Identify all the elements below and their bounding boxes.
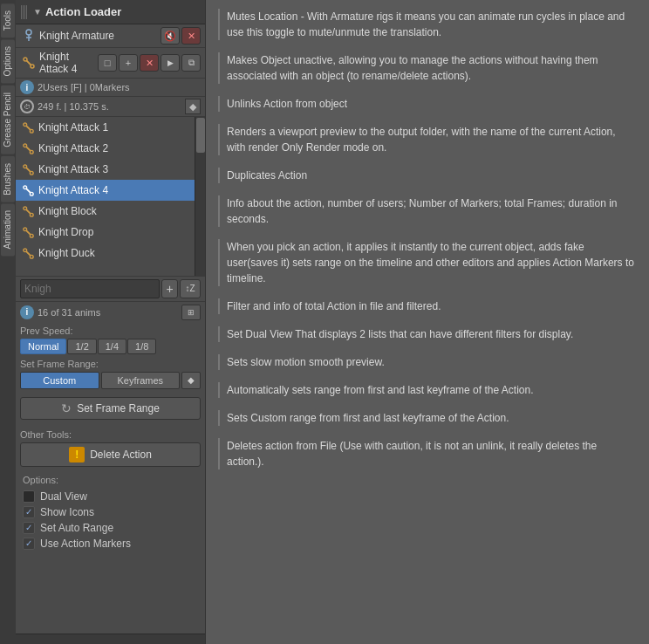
annotation-line [218,52,220,84]
delete-action-label: Delete Action [90,449,152,461]
annotation-renders-viewport: Renders a viewport preview to the output… [218,124,637,155]
options-label: Options: [23,472,198,489]
svg-line-14 [26,168,31,172]
drag-handle[interactable] [21,5,28,19]
action-item[interactable]: Knight Attack 2 [16,138,195,159]
frame-range-label: Set Frame Range: [16,356,205,370]
annotation-line [218,382,220,398]
diamond-btn[interactable]: ◆ [185,99,201,114]
annotation-line [218,239,220,286]
speed-btn[interactable]: 1/2 [67,339,96,354]
bottom-scroll[interactable] [16,634,205,644]
frame-range-btn[interactable]: Custom [20,372,99,389]
annotation-text: Deletes action from File (Use with cauti… [227,438,637,469]
panel-title: Action Loader [45,5,200,18]
option-item: Set Auto Range [23,520,198,536]
selected-action-label: Knight Attack 4 [39,51,96,75]
annotation-duplicates-action: Duplicates Action [218,168,637,183]
svg-line-8 [26,126,31,130]
clock-icon: ⏱ [20,99,34,113]
speed-buttons: Normal1/21/41/8 [16,337,205,356]
option-label: Show Icons [40,506,94,518]
duration-row: ⏱ 249 f. | 10.375 s. ◆ [16,97,205,117]
duration-text: 249 f. | 10.375 s. [38,101,109,112]
stats-row: i 16 of 31 anims ⊞ [16,301,205,323]
mute-location-btn[interactable]: 🔇 [161,27,180,45]
action-list-container: Knight Attack 1 Knight Attack 2 Knight A… [16,117,205,276]
brushes-tab[interactable]: Brushes [1,156,15,202]
set-frame-range-btn[interactable]: ↻ Set Frame Range [20,397,201,420]
option-item: Use Action Markers [23,536,198,552]
svg-line-23 [26,230,31,235]
annotation-custom-range: Sets Custom range from first and last ke… [218,410,637,426]
annotation-slow-motion: Sets slow motion smooth preview. [218,354,637,370]
delete-action-btn[interactable]: ! Delete Action [20,442,201,467]
annotation-mute-location: Mutes Location - With Armature rigs it m… [218,9,637,40]
collapse-icon: ▼ [33,7,42,17]
action-item-name: Knight Duck [38,247,95,259]
svg-line-11 [26,147,31,151]
duplicate-action-btn[interactable]: ⧉ [181,54,201,72]
annotation-line [218,195,220,227]
bone-icon [21,183,35,197]
annotation-text: Info about the action, number of users; … [227,195,637,227]
option-label: Set Auto Range [40,522,113,534]
annotation-text: Duplicates Action [227,168,637,183]
add-action-btn[interactable]: + [119,54,138,72]
annotation-auto-range: Automatically sets range from first and … [218,382,637,398]
bone-icon [21,204,35,218]
annotation-line [218,9,220,40]
option-checkbox[interactable] [23,490,35,503]
speed-btn[interactable]: Normal [20,339,66,354]
option-checkbox[interactable] [23,506,35,518]
action-item[interactable]: Knight Drop [16,222,195,243]
action-bone-icon [20,54,38,72]
frame-diamond-btn[interactable]: ◆ [181,372,201,389]
annotation-text: When you pick an action, it applies it i… [227,239,637,286]
selected-action-row: Knight Attack 4 □ + ✕ ▶ ⧉ [16,48,205,79]
annotation-line [218,326,220,342]
annotation-text: Unlinks Action from object [227,96,637,112]
make-fake-user-btn[interactable]: □ [98,54,117,72]
options-tab[interactable]: Options [1,39,15,83]
info-icon: i [20,80,34,94]
set-frame-range-row: ↻ Set Frame Range [16,394,205,423]
action-item[interactable]: Knight Attack 1 [16,117,195,138]
action-item[interactable]: Knight Attack 3 [16,159,195,180]
tools-tab[interactable]: Tools [1,3,15,38]
action-item[interactable]: Knight Duck [16,243,195,264]
annotation-text: Sets slow motion smooth preview. [227,354,637,370]
annotation-text: Mutes Location - With Armature rigs it m… [227,9,637,40]
action-item[interactable]: Knight Block [16,201,195,222]
remove-armature-btn[interactable]: ✕ [181,27,201,45]
bone-icon [21,162,35,176]
grease-pencil-tab[interactable]: Grease Pencil [1,86,15,154]
animation-tab[interactable]: Animation [1,203,15,256]
unlink-action-btn[interactable]: ✕ [140,54,159,72]
search-input[interactable] [20,279,160,298]
annotation-filter-info: Filter and info of total Action in file … [218,298,637,314]
scroll-track[interactable] [195,117,205,276]
side-tabs: Tools Options Grease Pencil Brushes Anim… [0,0,16,644]
annotation-delete-action: Deletes action from File (Use with cauti… [218,438,637,469]
stats-info-icon: i [20,305,34,319]
annotation-line [218,410,220,426]
bone-icon [21,141,35,155]
action-item-name: Knight Attack 1 [38,121,108,134]
sort-btn[interactable]: ↕Z [180,279,201,298]
speed-btn[interactable]: 1/4 [98,339,126,354]
svg-line-5 [26,60,31,65]
annotation-text: Sets Custom range from first and last ke… [227,410,637,426]
option-checkbox[interactable] [23,538,35,550]
action-item-name: Knight Block [38,205,97,217]
action-item[interactable]: Knight Attack 4 [16,180,195,201]
warning-icon: ! [69,447,85,462]
render-preview-btn[interactable]: ▶ [161,54,180,72]
dual-view-toggle-btn[interactable]: ⊞ [181,305,201,320]
add-search-btn[interactable]: + [161,279,178,298]
frame-range-btn[interactable]: Keyframes [101,372,181,389]
speed-btn[interactable]: 1/8 [127,339,156,354]
scroll-thumb[interactable] [196,118,205,153]
action-item-name: Knight Attack 2 [38,142,108,154]
option-checkbox[interactable] [23,522,35,534]
